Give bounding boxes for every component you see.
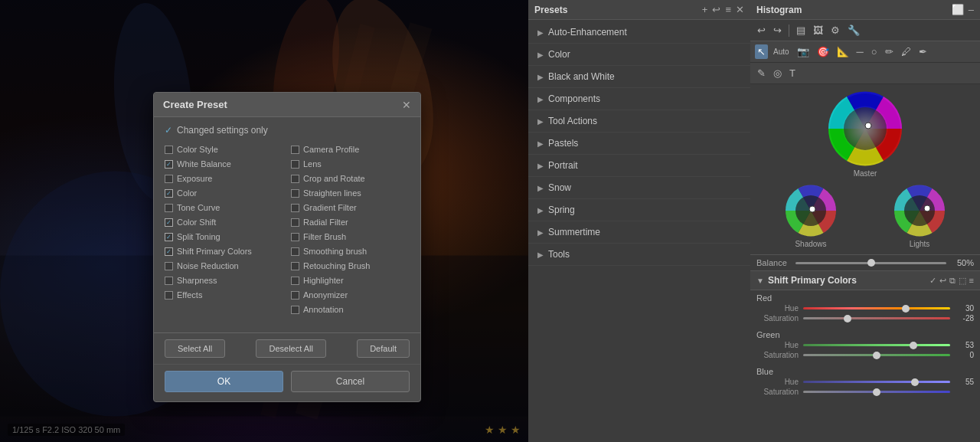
- green-hue-value: 53: [955, 341, 974, 349]
- checkbox-retouching-brush[interactable]: Retouching Brush: [291, 260, 410, 272]
- checkbox-shift-primary[interactable]: Shift Primary Colors: [165, 245, 283, 257]
- checkbox-camera-profile[interactable]: Camera Profile: [291, 143, 410, 156]
- checkbox-smoothing-brush[interactable]: Smoothing brush: [291, 245, 410, 257]
- preset-item-pastels[interactable]: ▶ Pastels: [528, 133, 750, 155]
- preset-item-tools[interactable]: ▶ Tools: [528, 244, 750, 266]
- auto-tool-icon[interactable]: Auto: [771, 46, 792, 57]
- checkbox-white-balance[interactable]: White Balance: [165, 158, 283, 170]
- section-header-icons: ✓ ↩ ⧉ ⬚ ≡: [929, 276, 974, 286]
- eraser-icon[interactable]: ✒: [916, 44, 929, 59]
- preset-label: Tools: [548, 249, 570, 260]
- preset-item-snow[interactable]: ▶ Snow: [528, 177, 750, 199]
- heal-icon[interactable]: ✎: [755, 66, 768, 80]
- shadows-color-wheel[interactable]: [784, 184, 838, 237]
- pointer-tool-icon[interactable]: ↖: [755, 44, 768, 59]
- add-preset-icon[interactable]: +: [702, 5, 708, 15]
- master-color-wheel[interactable]: [827, 90, 903, 167]
- red-sat-slider[interactable]: [803, 317, 950, 319]
- red-hue-thumb[interactable]: [902, 305, 910, 313]
- preset-item-portrait[interactable]: ▶ Portrait: [528, 155, 750, 177]
- checkbox-annotation[interactable]: Annotation: [291, 303, 410, 316]
- checkbox-sharpness[interactable]: Sharpness: [165, 274, 283, 286]
- lights-label: Lights: [910, 240, 930, 248]
- preset-label: Color: [548, 49, 570, 60]
- brush-icon[interactable]: 🖊: [899, 44, 913, 59]
- ok-button[interactable]: OK: [165, 371, 283, 392]
- checkbox-color[interactable]: Color: [165, 187, 283, 199]
- green-hue-slider[interactable]: [803, 344, 950, 346]
- green-sat-thumb[interactable]: [873, 352, 880, 359]
- settings-cog-icon[interactable]: ⚙: [828, 23, 842, 38]
- checkbox-gradient-filter[interactable]: Gradient Filter: [291, 201, 410, 214]
- checkbox-color-style[interactable]: Color Style: [165, 143, 283, 156]
- chevron-right-icon: ▶: [537, 206, 544, 214]
- ruler-icon[interactable]: 📐: [835, 44, 851, 59]
- wrench-icon[interactable]: 🔧: [845, 23, 862, 38]
- checkbox-straighten[interactable]: Straighten lines: [291, 187, 410, 199]
- preset-item-black-and-white[interactable]: ▶ Black and White: [528, 66, 750, 88]
- paste-icon[interactable]: ⬚: [959, 276, 966, 286]
- checkbox-tone-curve[interactable]: Tone Curve: [165, 201, 283, 214]
- chevron-right-icon: ▶: [537, 28, 544, 37]
- preset-item-components[interactable]: ▶ Components: [528, 88, 750, 110]
- blue-hue-thumb[interactable]: [911, 378, 919, 386]
- green-sat-slider[interactable]: [803, 354, 950, 356]
- red-hue-slider[interactable]: [803, 307, 950, 309]
- undo-icon[interactable]: ↩: [712, 5, 720, 15]
- checkbox-lens[interactable]: Lens: [291, 158, 410, 170]
- preset-item-spring[interactable]: ▶ Spring: [528, 199, 750, 221]
- cb-filter-brush: [291, 233, 299, 241]
- close-presets-icon[interactable]: ✕: [736, 5, 744, 15]
- balance-thumb[interactable]: [867, 259, 875, 267]
- cancel-button[interactable]: Cancel: [291, 371, 410, 392]
- balance-slider[interactable]: [795, 262, 946, 264]
- redo-tool-icon[interactable]: ↪: [771, 23, 784, 38]
- menu-icon[interactable]: ≡: [725, 5, 731, 15]
- cb-radial-filter: [291, 218, 299, 227]
- cb-color-style: [165, 146, 173, 154]
- checkbox-crop-rotate[interactable]: Crop and Rotate: [291, 172, 410, 185]
- presets-list: ▶ Auto-Enhancement ▶ Color ▶ Black and W…: [528, 20, 750, 267]
- undo-tool-icon[interactable]: ↩: [755, 23, 768, 38]
- preset-item-color[interactable]: ▶ Color: [528, 44, 750, 66]
- preset-item-summertime[interactable]: ▶ Summertime: [528, 221, 750, 244]
- histogram-settings-icon[interactable]: –: [969, 5, 974, 15]
- blue-sat-slider[interactable]: [803, 391, 950, 393]
- camera-icon[interactable]: 📷: [795, 44, 812, 59]
- histogram-expand-icon[interactable]: ⬜: [952, 5, 964, 15]
- copy-icon[interactable]: ⧉: [949, 276, 956, 286]
- checkbox-exposure[interactable]: Exposure: [165, 172, 283, 185]
- line-icon[interactable]: ─: [854, 44, 866, 59]
- preset-item-auto-enhancement[interactable]: ▶ Auto-Enhancement: [528, 21, 750, 44]
- checkbox-filter-brush[interactable]: Filter Brush: [291, 231, 410, 243]
- checkbox-split-toning[interactable]: Split Toning: [165, 231, 283, 243]
- stamp-icon[interactable]: ◎: [771, 66, 784, 80]
- reset-icon[interactable]: ↩: [939, 276, 946, 286]
- more-icon[interactable]: ≡: [969, 276, 974, 286]
- checkbox-color-shift[interactable]: Color Shift: [165, 216, 283, 228]
- preset-item-tool-actions[interactable]: ▶ Tool Actions: [528, 110, 750, 133]
- lights-color-wheel[interactable]: [893, 184, 946, 237]
- checkbox-effects[interactable]: Effects: [165, 289, 283, 301]
- section-collapse-icon[interactable]: ▼: [756, 277, 764, 285]
- blue-hue-slider[interactable]: [803, 381, 950, 383]
- green-hue-thumb[interactable]: [910, 342, 917, 349]
- checkbox-highlighter[interactable]: Highlighter: [291, 274, 410, 286]
- text-icon[interactable]: T: [787, 66, 798, 80]
- blue-sat-thumb[interactable]: [873, 388, 880, 396]
- circle-icon[interactable]: ○: [869, 44, 880, 59]
- modal-close-button[interactable]: ✕: [402, 100, 411, 110]
- check-icon[interactable]: ✓: [929, 276, 936, 286]
- pen-icon[interactable]: ✏: [883, 44, 896, 59]
- checkbox-anonymizer[interactable]: Anonymizer: [291, 289, 410, 301]
- target-icon[interactable]: 🎯: [815, 44, 831, 59]
- photo-tool-icon[interactable]: 🖼: [811, 23, 825, 38]
- histogram-tool-icon[interactable]: ▤: [794, 23, 808, 38]
- red-sat-thumb[interactable]: [844, 315, 851, 322]
- default-button[interactable]: Default: [357, 339, 410, 358]
- deselect-all-button[interactable]: Deselect All: [256, 339, 325, 358]
- checkbox-noise-reduction[interactable]: Noise Reduction: [165, 260, 283, 272]
- checkbox-radial-filter[interactable]: Radial Filter: [291, 216, 410, 228]
- cb-annotation: [291, 306, 299, 314]
- select-all-button[interactable]: Select All: [165, 339, 225, 358]
